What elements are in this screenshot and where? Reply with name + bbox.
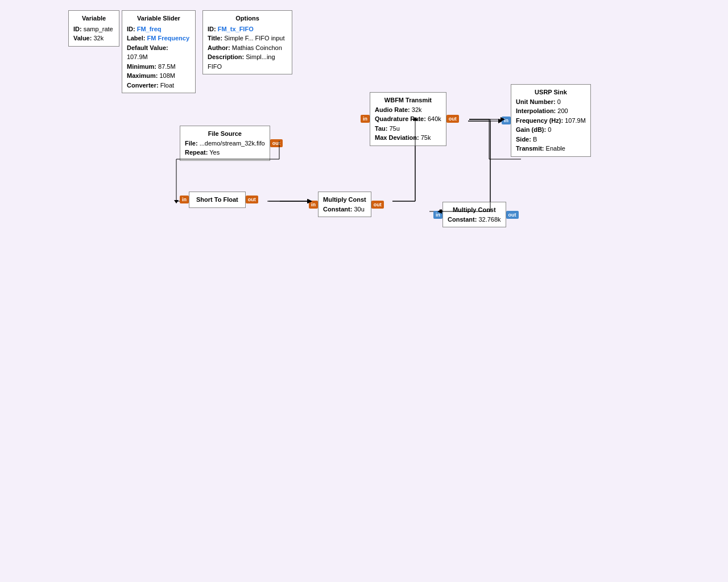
opt-title-val: Simple F... FIFO input [224,35,284,41]
mc2-out-port: out [506,211,519,219]
options-box: Options ID: FM_tx_FIFO Title: Simple F..… [202,10,292,74]
variable-slider-box: Variable Slider ID: FM_freq Label: FM Fr… [122,10,196,93]
mc2-const-val: 32.768k [478,216,500,223]
vs-max-label: Maximum: [127,72,158,79]
usrp-transmit-label: Transmit: [516,145,544,152]
wbfm-quad-val: 640k [428,115,441,122]
usrp-unit-val: 0 [557,98,561,105]
opt-author-label: Author: [208,44,230,51]
wbfm-title: WBFM Transmit [375,95,441,105]
wbfm-audio-label: Audio Rate: [375,106,410,113]
vs-label-val: FM Frequency [147,35,189,41]
wbfm-in-port: in [361,115,370,123]
wbfm-tau-label: Tau: [375,125,387,132]
variable-value-val: 32k [93,35,104,41]
vs-id-label: ID: [127,26,135,32]
mc1-in-port: in [309,201,318,209]
usrp-title: USRP Sink [516,88,586,97]
file-source-out-port: out [270,139,283,147]
options-title: Options [208,14,287,23]
usrp-freq-val: 107.9M [565,117,586,124]
opt-title-label: Title: [208,35,222,41]
mc2-const-label: Constant: [448,216,477,223]
fs-repeat-val: Yes [209,149,220,156]
vs-min-label: Minimum: [127,63,156,70]
fs-repeat-label: Repeat: [185,149,208,156]
multiply-const-1-block: in Multiply Const Constant: 30u out [309,192,384,217]
stf-in-port: in [180,196,189,203]
wbfm-tau-val: 75u [389,125,399,132]
wbfm-transmit-block: in WBFM Transmit Audio Rate: 32k Quadrat… [361,92,459,146]
usrp-sink-block: in USRP Sink Unit Number: 0 Interpolatio… [502,84,591,157]
vs-converter-val: Float [160,82,174,89]
wbfm-maxdev-label: Max Deviation: [375,134,419,141]
variable-value-label: Value: [73,35,92,41]
variable-slider-title: Variable Slider [127,14,191,23]
wbfm-audio-val: 32k [412,106,422,113]
usrp-side-label: Side: [516,136,531,143]
usrp-in-port: in [502,117,511,124]
svg-marker-18 [174,200,179,203]
fs-file-label: File: [185,140,198,147]
opt-id-label: ID: [208,26,216,32]
vs-converter-label: Converter: [127,82,159,89]
file-source-title: File Source [185,129,265,139]
opt-author-val: Mathias Coinchon [232,44,282,51]
usrp-transmit-val: Enable [546,145,565,152]
usrp-freq-label: Frequency (Hz): [516,117,563,124]
variable-title: Variable [73,14,114,23]
vs-min-val: 87.5M [158,63,176,70]
wbfm-quad-label: Quadrature Rate: [375,115,426,122]
variable-box: Variable ID: samp_rate Value: 32k [68,10,119,47]
usrp-interp-val: 200 [557,107,568,114]
mc2-title: Multiply Const [448,205,501,215]
mc1-const-val: 30u [354,206,364,213]
short-to-float-block: in Short To Float out [180,192,258,208]
fs-file-val: ...demo/stream_32k.fifo [200,140,265,147]
usrp-unit-label: Unit Number: [516,98,556,105]
opt-id-val: FM_tx_FIFO [218,26,254,32]
usrp-gain-label: Gain (dB): [516,126,546,133]
vs-default-label: Default Value: [127,44,168,51]
vs-max-val: 108M [159,72,175,79]
mc1-title: Multiply Const [323,195,366,205]
vs-id-val: FM_freq [137,26,162,32]
mc2-in-port: in [433,211,442,219]
mc1-out-port: out [371,201,384,209]
wbfm-out-port: out [446,115,459,123]
usrp-interp-label: Interpolation: [516,107,556,114]
mc1-const-label: Constant: [323,206,352,213]
stf-out-port: out [246,196,258,203]
usrp-gain-val: 0 [548,126,551,133]
variable-id-label: ID: [73,26,82,32]
wbfm-maxdev-val: 75k [421,134,431,141]
variable-id-val: samp_rate [84,26,113,32]
multiply-const-2-block: in Multiply Const Constant: 32.768k out [433,202,519,227]
vs-default-val: 107.9M [127,53,148,60]
vs-label-label: Label: [127,35,145,41]
usrp-side-val: B [533,136,537,143]
opt-desc-label: Description: [208,53,244,60]
short-to-float-title: Short To Float [196,195,238,205]
file-source-block: File Source File: ...demo/stream_32k.fif… [180,126,283,161]
